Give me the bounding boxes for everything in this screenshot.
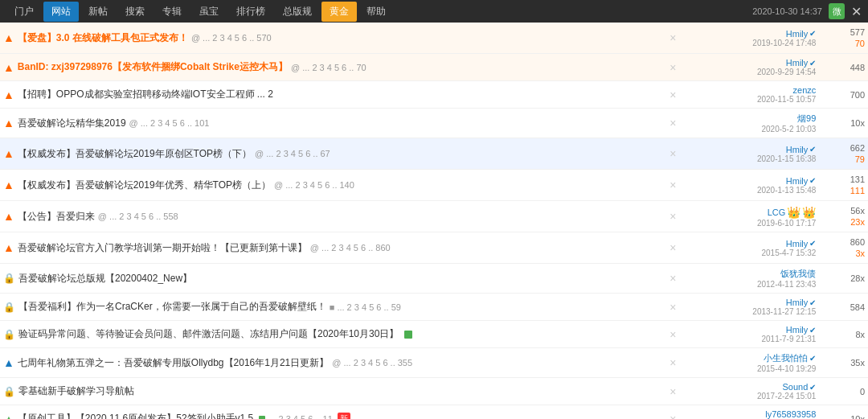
replies-count: 70 — [855, 39, 865, 48]
post-title-text[interactable]: 【爱盘】3.0 在线破解工具包正式发布！ — [18, 31, 188, 45]
wechat-icon[interactable]: 微 — [829, 3, 845, 19]
nav-tab-site[interactable]: 网站 — [43, 2, 79, 22]
post-meta: @ ... 2 3 4 5 6 .. 140 — [274, 180, 354, 190]
close-button[interactable]: × — [669, 328, 676, 341]
verified-icon: ✔ — [809, 326, 816, 335]
author-date: 2020-9-29 14:54 — [686, 68, 816, 76]
top-navigation: 门户 网站 新帖 搜索 专辑 虽宝 排行榜 总版规 黄金 帮助 2020-10-… — [0, 0, 868, 23]
nav-tab-rules[interactable]: 总版规 — [275, 2, 320, 22]
image-tag-icon — [404, 331, 412, 339]
close-button[interactable]: × — [669, 88, 676, 101]
views-cell: 131 111 — [819, 170, 868, 201]
close-cell: × — [663, 81, 682, 109]
close-cell: × — [663, 294, 682, 321]
close-button[interactable]: × — [669, 179, 676, 191]
lock-icon: 🔒 — [3, 302, 15, 313]
close-button[interactable]: × — [669, 147, 676, 160]
author-name[interactable]: 烟99 — [797, 113, 816, 125]
post-title-text[interactable]: 七周年礼物第五弹之一：吾爱破解专用版Ollydbg【2016年1月21日更新】 — [18, 356, 329, 370]
lock-icon: 🔒 — [3, 273, 15, 284]
author-date: 2012-4-11 23:43 — [686, 280, 816, 289]
post-title-text[interactable]: 【吾爱福利】作为一名CraCKer，你需要一张属于自己的吾爱破解壁纸！ — [18, 300, 326, 314]
nav-tab-album[interactable]: 专辑 — [154, 2, 190, 22]
post-title-text[interactable]: 【招聘】OPPO成都实验室招聘移动终端IOT安全工程师 ... 2 — [18, 88, 273, 101]
author-name[interactable]: zenzc — [793, 85, 817, 95]
author-name[interactable]: Hmily — [786, 58, 809, 68]
author-name[interactable]: Hmily — [786, 298, 809, 307]
author-name[interactable]: Sound — [782, 382, 808, 392]
author-cell: zenzc 2020-11-5 10:57 — [682, 81, 819, 109]
views-cell: 0 — [819, 378, 868, 405]
close-button[interactable]: × — [669, 117, 676, 129]
author-name[interactable]: Hmily — [786, 176, 809, 186]
post-title-text[interactable]: 【公告】吾爱归来 — [18, 210, 95, 224]
post-title-cell: ▲ 【权威发布】吾爱破解论坛2019年原创区TOP榜（下） @ ... 2 3 … — [0, 138, 663, 170]
close-button[interactable]: × — [669, 272, 676, 285]
table-row: ▲ BanID: zxj397298976【发布软件捆绑Cobalt Strik… — [0, 54, 868, 81]
author-date: 2011-7-9 21:31 — [686, 335, 816, 343]
post-title-text[interactable]: 验证码异常问题、等待验证会员问题、邮件激活问题、冻结用户问题【2020年10月3… — [18, 327, 399, 341]
post-title-text[interactable]: 吾爱破解论坛官方入门教学培训第一期开始啦！【已更新到第十课】 — [18, 241, 307, 255]
close-button[interactable]: × — [669, 301, 676, 314]
close-button[interactable]: × — [669, 210, 676, 223]
author-date: 2017-2-24 15:01 — [686, 392, 816, 401]
close-button[interactable]: × — [669, 61, 676, 74]
author-cell: Hmily ✔ 2011-7-9 21:31 — [682, 321, 819, 348]
post-title-text[interactable]: BanID: zxj397298976【发布软件捆绑Cobalt Strike运… — [18, 60, 288, 74]
author-cell: 烟99 2020-5-2 10:03 — [682, 109, 819, 138]
views-count: 577 — [850, 27, 865, 37]
author-name[interactable]: LCG — [768, 207, 786, 217]
author-name[interactable]: Hmily — [786, 325, 809, 335]
post-meta: ... 2 3 4 5 6 .. 11 — [268, 414, 333, 420]
nav-tab-search[interactable]: 搜索 — [117, 2, 153, 22]
close-button[interactable]: × — [669, 241, 676, 254]
close-button[interactable]: × — [669, 356, 676, 369]
crown-icon: 👑 — [787, 206, 800, 219]
close-cell: × — [663, 321, 682, 348]
pin-arrow-icon: ▲ — [3, 117, 14, 129]
views-cell: 35x — [819, 348, 868, 378]
table-row: ▲ 【原创工具】【2020.11.6原创发布】52签到小助手v1.5 ... 2… — [0, 405, 868, 420]
post-title-cell: ▲ 【原创工具】【2020.11.6原创发布】52签到小助手v1.5 ... 2… — [0, 405, 663, 420]
crown2-icon: 👑 — [802, 206, 816, 219]
author-cell: Hmily ✔ 2019-10-24 17:48 — [682, 23, 819, 54]
nav-tab-help[interactable]: 帮助 — [358, 2, 394, 22]
post-title-text[interactable]: 吾爱破解论坛总版规【20200402_New】 — [18, 272, 192, 285]
author-date: 2020-1-13 15:48 — [686, 186, 816, 195]
close-button[interactable]: × — [669, 413, 676, 420]
nav-tab-gold[interactable]: 黄金 — [321, 2, 357, 22]
author-name[interactable]: ly765893958 — [765, 409, 816, 419]
close-cell: × — [663, 109, 682, 138]
nav-tab-ranking[interactable]: 排行榜 — [228, 2, 273, 22]
author-date: 2020-11-5 10:57 — [686, 95, 816, 104]
author-name[interactable]: Hmily — [786, 239, 809, 249]
post-title-text[interactable]: 【原创工具】【2020.11.6原创发布】52签到小助手v1.5 — [18, 412, 253, 419]
post-meta: @ ... 2 3 4 5 6 .. 570 — [191, 33, 272, 43]
lock-icon: 🔒 — [3, 386, 15, 397]
views-cell: 10x — [819, 405, 868, 420]
close-button[interactable]: × — [669, 385, 676, 398]
close-icon[interactable]: ✕ — [851, 4, 862, 19]
close-cell: × — [663, 170, 682, 201]
post-title-cell: ▲ 吾爱破解论坛官方入门教学培训第一期开始啦！【已更新到第十课】 @ ... 2… — [0, 232, 663, 264]
post-title-text[interactable]: 吾爱破解论坛精华集2019 — [18, 117, 126, 130]
nav-tab-newpost[interactable]: 新帖 — [80, 2, 116, 22]
post-title-cell: 🔒 【吾爱福利】作为一名CraCKer，你需要一张属于自己的吾爱破解壁纸！ ■ … — [0, 294, 663, 321]
author-name[interactable]: Hmily — [786, 29, 809, 39]
author-name[interactable]: Hmily — [786, 145, 809, 154]
nav-tab-treasure[interactable]: 虽宝 — [191, 2, 227, 22]
post-meta: @ ... 2 3 4 5 6 .. 101 — [129, 118, 210, 128]
views-cell: 56x 23x — [819, 201, 868, 232]
close-cell: × — [663, 264, 682, 294]
nav-tab-portal[interactable]: 门户 — [6, 2, 42, 22]
author-name[interactable]: 饭犹我债 — [780, 268, 816, 280]
app-wrapper: 门户 网站 新帖 搜索 专辑 虽宝 排行榜 总版规 黄金 帮助 2020-10-… — [0, 0, 868, 419]
post-title-text[interactable]: 零基础新手破解学习导航帖 — [18, 384, 134, 398]
author-cell: Hmily ✔ 2020-1-13 15:48 — [682, 170, 819, 201]
post-title-text[interactable]: 【权威发布】吾爱破解论坛2019年优秀、精华TOP榜（上） — [18, 179, 271, 192]
close-button[interactable]: × — [669, 31, 676, 44]
close-cell: × — [663, 54, 682, 81]
table-row: ▲ 吾爱破解论坛精华集2019 @ ... 2 3 4 5 6 .. 101 ×… — [0, 109, 868, 138]
author-name[interactable]: 小生我怕怕 — [764, 352, 808, 364]
post-title-text[interactable]: 【权威发布】吾爱破解论坛2019年原创区TOP榜（下） — [18, 147, 252, 161]
